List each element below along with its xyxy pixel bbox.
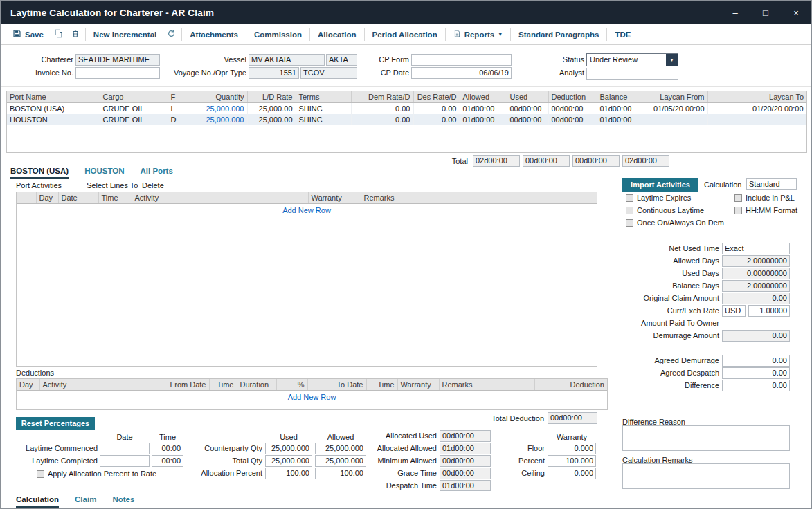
- commission-button[interactable]: Commission: [248, 30, 308, 39]
- cp-date-field[interactable]: 06/06/19: [411, 67, 512, 79]
- allocated-used-label: Allocated Used: [376, 430, 437, 442]
- maximize-button[interactable]: □: [750, 1, 781, 24]
- grid-cell: 01d00:00: [597, 114, 642, 125]
- refresh-button[interactable]: [163, 29, 180, 39]
- col-header-terms[interactable]: Terms: [296, 91, 351, 103]
- floor-field[interactable]: 0.000: [548, 443, 596, 454]
- total-qty-allowed-field[interactable]: 25,000.000: [315, 455, 366, 467]
- grid-cell: 00d00:00: [507, 114, 548, 125]
- period-allocation-button[interactable]: Period Allocation: [366, 30, 444, 39]
- quantity-link[interactable]: 25,000.000: [206, 104, 244, 113]
- net-used-time-field[interactable]: Exact: [722, 243, 790, 254]
- toolbar-separator: [510, 28, 511, 41]
- agreed-demurrage-field[interactable]: 0.00: [722, 355, 790, 367]
- col-header-deduction[interactable]: Deduction: [548, 91, 597, 103]
- difference-reason-textarea[interactable]: [622, 425, 790, 451]
- ceiling-field[interactable]: 0.000: [548, 468, 596, 479]
- analyst-field[interactable]: [586, 68, 678, 80]
- tab-houston[interactable]: HOUSTON: [84, 167, 124, 177]
- col-header-dem-rate[interactable]: Dem Rate/D: [351, 91, 413, 103]
- import-activities-button[interactable]: Import Activities: [622, 178, 698, 192]
- port-row-houston[interactable]: HOUSTON CRUDE OIL D 25,000.000 25,000.00…: [7, 114, 806, 125]
- port-activities-grid: Day Date Time Activity Warranty Remarks …: [16, 192, 597, 367]
- tab-boston-usa[interactable]: BOSTON (USA): [10, 167, 69, 179]
- standard-paragraphs-button[interactable]: Standard Paragraphs: [512, 30, 605, 39]
- col-header-quantity[interactable]: Quantity: [190, 91, 247, 103]
- opr-type-field[interactable]: TCOV: [300, 67, 357, 79]
- apply-allocation-percent-checkbox[interactable]: Apply Allocation Percent to Rate: [37, 470, 156, 478]
- allocation-percent-allowed-field[interactable]: 100.00: [315, 468, 366, 479]
- delete-button[interactable]: [67, 29, 84, 39]
- original-claim-amount-label: Original Claim Amount: [615, 293, 719, 304]
- save-button[interactable]: Save: [6, 29, 50, 39]
- minimize-button[interactable]: –: [720, 1, 750, 24]
- laytime-completed-time-field[interactable]: 00:00: [152, 455, 183, 467]
- laytime-expires-checkbox[interactable]: Laytime Expires: [626, 194, 691, 202]
- tab-all-ports[interactable]: All Ports: [141, 167, 173, 177]
- voyage-no-field[interactable]: 1551: [249, 67, 299, 79]
- attachments-button[interactable]: Attachments: [183, 30, 244, 39]
- select-lines-to-button[interactable]: Select Lines To: [87, 180, 138, 192]
- hhmm-format-checkbox[interactable]: HH:MM Format: [734, 206, 797, 214]
- allocation-percent-used-field[interactable]: 100.00: [265, 468, 312, 479]
- col-header-balance[interactable]: Balance: [597, 91, 642, 103]
- counterparty-qty-allowed-field[interactable]: 25,000.000: [315, 443, 366, 454]
- col-header-allowed[interactable]: Allowed: [460, 91, 507, 103]
- col-header-port-name[interactable]: Port Name: [7, 91, 100, 103]
- laytime-commenced-date-field[interactable]: [100, 443, 150, 454]
- demurrage-amount-field: 0.00: [722, 330, 790, 342]
- new-incremental-button[interactable]: New Incremental: [87, 30, 163, 39]
- calculation-remarks-textarea[interactable]: [622, 463, 790, 489]
- time-header: Time: [152, 432, 183, 443]
- tab-calculation[interactable]: Calculation: [16, 495, 59, 508]
- grid-cell: 25,000.000: [190, 114, 247, 125]
- currency-field[interactable]: USD: [722, 305, 746, 317]
- tab-claim[interactable]: Claim: [75, 495, 96, 506]
- col-header-f[interactable]: F: [168, 91, 190, 103]
- col-header-deduction: Deduction: [534, 379, 607, 391]
- col-header-cargo[interactable]: Cargo: [100, 91, 168, 103]
- col-header-laycan-to[interactable]: Laycan To: [707, 91, 806, 103]
- exch-rate-field[interactable]: 1.00000: [748, 305, 790, 317]
- total-qty-used-field[interactable]: 25,000.000: [265, 455, 312, 467]
- grid-cell: SHINC: [296, 114, 351, 125]
- col-header-laycan-from[interactable]: Laycan From: [642, 91, 707, 103]
- allocation-percent-label: Allocation Percent: [186, 468, 262, 479]
- close-button[interactable]: ×: [781, 1, 811, 24]
- cp-form-field[interactable]: [411, 54, 512, 66]
- charterer-field[interactable]: SEATIDE MARITIME: [75, 54, 160, 66]
- agreed-despatch-field[interactable]: 0.00: [722, 367, 790, 379]
- col-header-des-rate[interactable]: Des Rate/D: [413, 91, 460, 103]
- reset-percentages-button[interactable]: Reset Percentages: [16, 417, 95, 430]
- include-in-pl-checkbox[interactable]: Include in P&L: [734, 194, 795, 202]
- cp-date-label: CP Date: [350, 67, 409, 79]
- col-header-used[interactable]: Used: [507, 91, 548, 103]
- add-new-row-link[interactable]: Add New Row: [17, 204, 597, 214]
- add-new-row-link[interactable]: Add New Row: [17, 391, 607, 401]
- percent-label: Percent: [495, 455, 545, 467]
- copy-button[interactable]: [50, 29, 67, 39]
- laytime-commenced-time-field[interactable]: 00:00: [152, 443, 183, 454]
- continuous-laytime-checkbox[interactable]: Continuous Laytime: [626, 206, 704, 214]
- delete-lines-button[interactable]: Delete: [142, 180, 164, 192]
- status-select[interactable]: Under Review ▼: [586, 53, 678, 66]
- once-on-dem-checkbox[interactable]: Once On/Always On Dem: [626, 219, 724, 227]
- trash-icon: [71, 29, 80, 39]
- tab-notes[interactable]: Notes: [112, 495, 134, 506]
- port-row-boston[interactable]: BOSTON (USA) CRUDE OIL L 25,000.000 25,0…: [7, 103, 806, 115]
- quantity-link[interactable]: 25,000.000: [206, 115, 244, 124]
- calculation-field[interactable]: Standard: [746, 178, 797, 190]
- demurrage-amount-label: Demurrage Amount: [615, 330, 719, 342]
- counterparty-qty-used-field[interactable]: 25,000.000: [265, 443, 312, 454]
- percent-field[interactable]: 100.000: [548, 455, 596, 467]
- invoice-no-field[interactable]: [75, 67, 160, 79]
- laytime-completed-date-field[interactable]: [100, 455, 150, 467]
- invoice-no-label: Invoice No.: [15, 67, 73, 79]
- col-header-ld-rate[interactable]: L/D Rate: [247, 91, 296, 103]
- checkbox-icon: [626, 207, 633, 214]
- reports-menu-button[interactable]: Reports ▼: [447, 29, 509, 39]
- col-header-activity: Activity: [39, 379, 161, 391]
- allocation-button[interactable]: Allocation: [312, 30, 363, 39]
- vessel-name-field[interactable]: MV AKTAIA: [249, 54, 325, 66]
- tde-button[interactable]: TDE: [608, 30, 637, 39]
